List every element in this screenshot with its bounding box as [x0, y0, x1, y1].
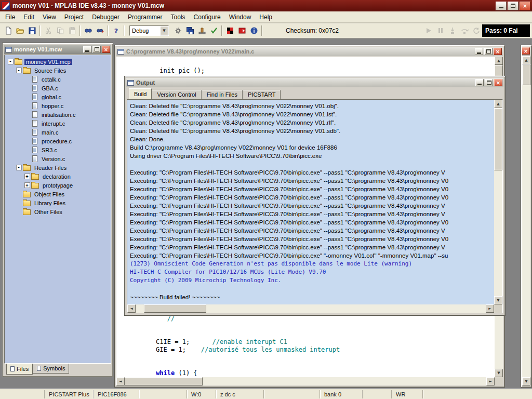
collapse-icon[interactable]: - [16, 68, 22, 73]
project-close-button[interactable]: × [102, 46, 110, 53]
tree-item-version-c[interactable]: Version.c [5, 154, 111, 163]
about-button[interactable] [248, 25, 260, 36]
scroll-right-icon[interactable]: ► [486, 377, 495, 385]
tree-item-monney-v01-mcp[interactable]: -monney V01.mcp [5, 57, 111, 66]
new-file-button[interactable] [2, 25, 14, 36]
maximize-button[interactable] [508, 2, 518, 10]
tree-item-procedure-c[interactable]: procedure.c [5, 137, 111, 145]
collapse-icon[interactable]: - [8, 59, 14, 64]
scroll-thumb[interactable] [522, 64, 530, 85]
make-button[interactable] [208, 25, 220, 36]
find-next-button[interactable] [94, 25, 106, 36]
menu-item-file[interactable]: File [1, 12, 19, 22]
menu-item-help[interactable]: Help [255, 12, 276, 22]
tab-files[interactable]: Files [6, 364, 33, 375]
file-icon [32, 111, 37, 118]
tree-item-source-files[interactable]: -Source Files [5, 66, 111, 75]
editor-close-button[interactable]: × [494, 48, 502, 55]
minimize-button[interactable] [496, 2, 507, 10]
tree-item-declaration[interactable]: +declaration [5, 172, 111, 181]
project-maximize-button[interactable] [92, 46, 101, 53]
menu-item-view[interactable]: View [38, 12, 60, 22]
program-target-button[interactable] [224, 25, 236, 36]
editor-maximize-button[interactable] [484, 48, 493, 55]
editor-horizontal-scrollbar[interactable]: ◄ ► [116, 377, 495, 385]
read-target-button[interactable] [236, 25, 248, 36]
output-horizontal-scrollbar[interactable]: ◄ ► [127, 304, 494, 313]
clipped-vertical-scrollbar[interactable]: ▲ ▼ [522, 56, 530, 385]
run-button [422, 25, 434, 36]
chevron-down-icon[interactable]: ▼ [160, 26, 168, 35]
tree-item-initialisation-c[interactable]: initialisation.c [5, 110, 111, 119]
tree-item-prototypage[interactable]: +prototypage [5, 181, 111, 190]
tree-item-label: SR3.c [40, 147, 59, 153]
menu-item-window[interactable]: Window [225, 12, 256, 22]
tab-find-in-files[interactable]: Find in Files [202, 90, 243, 99]
expand-icon[interactable]: + [24, 174, 30, 179]
menu-item-project[interactable]: Project [60, 12, 88, 22]
editor-title-bar[interactable]: C:\programme V8.43\prog\monney V022\main… [116, 47, 503, 56]
scroll-down-icon[interactable]: ▼ [495, 369, 503, 377]
tab-symbols[interactable]: Symbols [33, 364, 69, 374]
build-configuration-select[interactable]: Debug ▼ [129, 25, 169, 36]
scroll-right-icon[interactable]: ► [486, 304, 494, 313]
tab-picstart[interactable]: PICSTART [243, 90, 281, 99]
save-file-button[interactable] [26, 25, 38, 36]
cut-button [42, 25, 54, 36]
tree-item-gba-c[interactable]: GBA.c [5, 84, 111, 92]
scroll-thumb[interactable] [144, 304, 206, 313]
scroll-up-icon[interactable]: ▲ [494, 100, 502, 108]
clipped-title-bar: × [522, 46, 530, 56]
menu-item-tools[interactable]: Tools [167, 12, 190, 22]
tree-item-library-files[interactable]: Library Files [5, 198, 111, 207]
tree-item-other-files[interactable]: Other Files [5, 207, 111, 216]
scroll-left-icon[interactable]: ◄ [127, 304, 136, 313]
expand-icon[interactable]: + [24, 182, 30, 188]
scroll-up-icon[interactable]: ▲ [495, 57, 503, 65]
project-title-bar[interactable]: monney V01.mcw × [4, 45, 111, 54]
expander-icon[interactable]: + [23, 174, 31, 179]
menu-item-edit[interactable]: Edit [19, 12, 38, 22]
scroll-down-icon[interactable]: ▼ [494, 296, 502, 304]
tree-item-cctalk-c[interactable]: cctalk.c [5, 75, 111, 84]
clipped-close-button[interactable]: × [522, 47, 530, 55]
close-button[interactable]: × [520, 2, 530, 10]
tree-item-hopper-c[interactable]: hopper.c [5, 101, 111, 110]
help-button[interactable]: ? [110, 25, 122, 36]
expander-icon[interactable]: - [15, 68, 22, 73]
editor-minimize-button[interactable] [475, 48, 483, 55]
project-minimize-button[interactable] [83, 46, 91, 53]
tree-item-interupt-c[interactable]: interupt.c [5, 119, 111, 128]
expander-icon[interactable]: - [15, 165, 22, 170]
tree-item-header-files[interactable]: -Header Files [5, 163, 111, 172]
build-options-button[interactable] [172, 25, 184, 36]
collapse-icon[interactable]: - [16, 165, 22, 170]
menu-item-programmer[interactable]: Programmer [124, 12, 167, 22]
expander-icon[interactable]: - [7, 59, 14, 64]
menu-item-debugger[interactable]: Debugger [88, 12, 124, 22]
build-button[interactable] [196, 25, 208, 36]
scroll-left-icon[interactable]: ◄ [116, 377, 125, 385]
output-vertical-scrollbar[interactable]: ▲ ▼ [494, 100, 502, 304]
tab-build[interactable]: Build [129, 88, 152, 99]
project-tree[interactable]: -monney V01.mcp-Source Filescctalk.cGBA.… [4, 55, 111, 364]
menu-item-configure[interactable]: Configure [190, 12, 225, 22]
output-title-bar[interactable]: Output × [126, 78, 503, 87]
expander-icon[interactable]: + [23, 182, 31, 188]
scroll-thumb[interactable] [125, 377, 203, 385]
tab-version-control[interactable]: Version Control [152, 90, 201, 99]
save-workspace-button[interactable] [184, 25, 196, 36]
find-button[interactable] [82, 25, 94, 36]
tree-item-sr3-c[interactable]: SR3.c [5, 145, 111, 154]
scroll-up-icon[interactable]: ▲ [522, 56, 530, 64]
output-minimize-button[interactable] [475, 79, 484, 86]
scroll-thumb[interactable] [494, 108, 502, 170]
open-file-button[interactable] [14, 25, 26, 36]
tree-item-global-c[interactable]: global.c [5, 92, 111, 101]
build-output[interactable]: Clean: Deleted file "C:\programme V8.43\… [128, 100, 494, 304]
tree-item-main-c[interactable]: main.c [5, 128, 111, 137]
scroll-down-icon[interactable]: ▼ [522, 377, 530, 385]
tree-item-object-files[interactable]: Object Files [5, 190, 111, 198]
output-close-button[interactable]: × [494, 79, 502, 86]
output-maximize-button[interactable] [485, 79, 493, 86]
